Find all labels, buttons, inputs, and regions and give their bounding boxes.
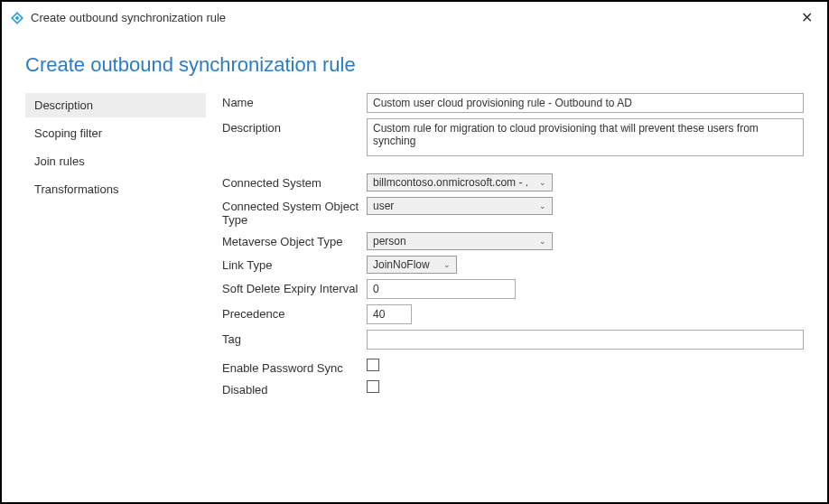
mv-object-type-label: Metaverse Object Type (222, 232, 367, 248)
precedence-label: Precedence (222, 304, 367, 321)
link-type-select[interactable]: JoinNoFlow ⌄ (367, 256, 457, 274)
chevron-down-icon: ⌄ (539, 237, 546, 246)
link-type-label: Link Type (222, 256, 367, 272)
chevron-down-icon: ⌄ (539, 178, 546, 187)
enable-password-sync-checkbox[interactable] (367, 359, 379, 371)
connected-system-label: Connected System (222, 173, 367, 190)
select-value: billmcontoso.onmicrosoft.com - . (373, 176, 528, 189)
select-value: user (373, 200, 394, 212)
chevron-down-icon: ⌄ (443, 260, 451, 269)
soft-delete-input[interactable] (367, 279, 516, 299)
sidebar-item-scoping-filter[interactable]: Scoping filter (25, 121, 206, 145)
select-value: JoinNoFlow (373, 258, 430, 271)
tag-input[interactable] (367, 330, 804, 350)
mv-object-type-select[interactable]: person ⌄ (367, 232, 553, 250)
sidebar: Description Scoping filter Join rules Tr… (25, 93, 206, 402)
soft-delete-label: Soft Delete Expiry Interval (222, 279, 367, 295)
description-label: Description (222, 118, 367, 135)
name-input[interactable] (367, 93, 804, 113)
tag-label: Tag (222, 330, 367, 346)
sidebar-item-label: Join rules (34, 154, 85, 168)
cs-object-type-label: Connected System Object Type (222, 197, 367, 227)
disabled-label: Disabled (222, 380, 367, 397)
sidebar-item-description[interactable]: Description (25, 93, 206, 117)
sidebar-item-label: Transformations (34, 182, 118, 196)
sidebar-item-label: Scoping filter (34, 126, 102, 140)
sidebar-item-transformations[interactable]: Transformations (25, 177, 206, 201)
connected-system-select[interactable]: billmcontoso.onmicrosoft.com - . ⌄ (367, 173, 553, 191)
app-icon (11, 12, 23, 24)
precedence-input[interactable] (367, 304, 412, 324)
sidebar-item-join-rules[interactable]: Join rules (25, 149, 206, 173)
page-title: Create outbound synchronization rule (2, 33, 827, 93)
disabled-checkbox[interactable] (367, 380, 379, 393)
window-title: Create outbound synchronization rule (31, 11, 226, 24)
chevron-down-icon: ⌄ (539, 201, 546, 210)
select-value: person (373, 235, 406, 247)
name-label: Name (222, 93, 367, 109)
sidebar-item-label: Description (34, 98, 93, 112)
description-textarea[interactable] (367, 118, 804, 156)
close-button[interactable]: ✕ (796, 7, 818, 28)
enable-password-sync-label: Enable Password Sync (222, 359, 367, 375)
cs-object-type-select[interactable]: user ⌄ (367, 197, 553, 215)
